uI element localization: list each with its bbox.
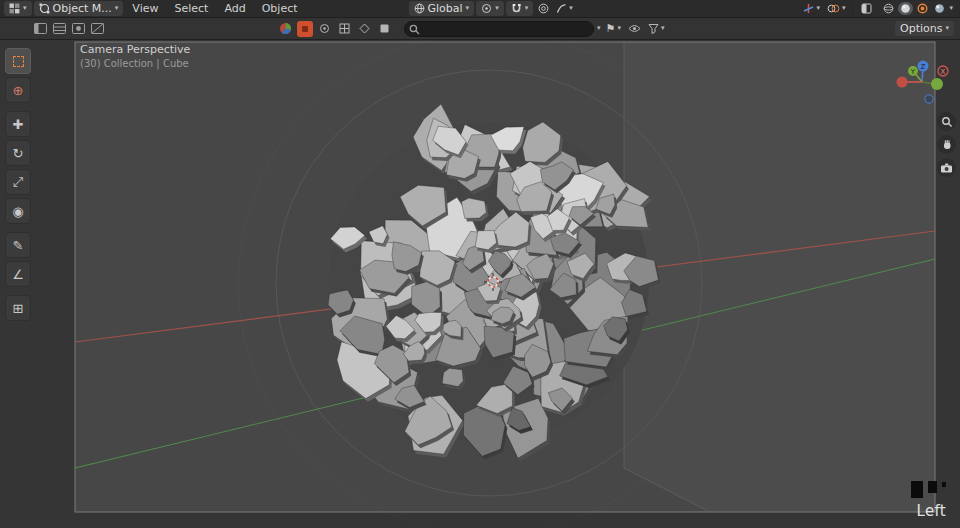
chevron-down-icon: ▾ xyxy=(949,5,953,12)
black-block-1 xyxy=(911,481,923,498)
chevron-down-icon: ▾ xyxy=(495,5,499,12)
rgb-ball-icon-button[interactable] xyxy=(277,20,294,37)
menu-view[interactable]: View xyxy=(125,2,165,15)
falloff-curve-icon xyxy=(556,3,567,14)
rotate-tool[interactable]: ↻ xyxy=(5,140,31,166)
add-cube-tool[interactable]: ⊞ xyxy=(5,295,31,321)
pivot-dropdown[interactable]: ▾ xyxy=(476,1,504,16)
shading-mode-group: ▾ xyxy=(878,1,956,16)
header-toggle-group xyxy=(32,20,106,37)
filter-dropdown[interactable]: ▾ xyxy=(646,20,667,37)
rendered-sphere-icon xyxy=(934,3,945,14)
funnel-icon xyxy=(648,23,659,34)
menu-select[interactable]: Select xyxy=(167,2,215,15)
hand-icon xyxy=(941,139,953,151)
cursor-tool[interactable]: ⊕ xyxy=(5,77,31,103)
options-dropdown[interactable]: Options ▾ xyxy=(895,21,954,36)
shading-wireframe-button[interactable] xyxy=(881,2,896,15)
toolbar: ⊕ ✚ ↻ ⤢ ◉ ✎ ∠ ⊞ xyxy=(5,48,31,321)
object-mode-icon xyxy=(39,3,50,14)
shading-rendered-button[interactable] xyxy=(932,2,947,15)
separator xyxy=(852,3,853,15)
scale-tool[interactable]: ⤢ xyxy=(5,169,31,195)
viewport-canvas[interactable] xyxy=(0,40,960,528)
move-tool[interactable]: ✚ xyxy=(5,111,31,137)
falloff-dropdown[interactable]: ▾ xyxy=(554,0,575,17)
editor-grid-icon xyxy=(9,3,20,14)
options-label: Options xyxy=(900,22,942,35)
snap-dropdown[interactable]: ▾ xyxy=(506,1,534,16)
gizmos-dropdown[interactable]: ▾ xyxy=(801,0,822,17)
mode-dropdown[interactable]: Object M... ▾ xyxy=(34,1,124,16)
mode-label: Object M... xyxy=(53,2,112,15)
header-toggle-3[interactable] xyxy=(70,20,87,37)
chevron-down-icon: ▾ xyxy=(569,5,573,12)
chevron-down-icon: ▾ xyxy=(525,5,529,12)
select-box-icon xyxy=(13,56,24,67)
cluster-icon-4[interactable] xyxy=(376,20,393,37)
solid-sphere-icon xyxy=(900,3,911,14)
overlays-dropdown[interactable]: ▾ xyxy=(825,0,848,17)
measure-icon: ∠ xyxy=(12,267,24,282)
transform-icon: ◉ xyxy=(12,204,23,219)
viewport-header: ▾ Object M... ▾ View Select Add Object G… xyxy=(0,0,960,18)
search-input[interactable] xyxy=(404,21,594,37)
zoom-button[interactable] xyxy=(937,112,956,131)
proportional-edit-toggle[interactable] xyxy=(535,0,552,17)
orientation-label: Global xyxy=(428,2,463,15)
pan-button[interactable] xyxy=(937,135,956,154)
measure-tool[interactable]: ∠ xyxy=(5,261,31,287)
active-tool-toggle[interactable] xyxy=(297,21,313,37)
cluster-icon-1[interactable] xyxy=(316,20,333,37)
menu-object[interactable]: Object xyxy=(255,2,305,15)
flag-icon: ⚑ xyxy=(606,22,616,35)
orientation-dropdown[interactable]: Global ▾ xyxy=(409,1,475,16)
add-cube-icon: ⊞ xyxy=(13,301,24,316)
search-field[interactable] xyxy=(404,21,594,37)
header-toggle-4[interactable] xyxy=(89,20,106,37)
magnifier-icon xyxy=(941,116,953,128)
tool-settings-bar: ▾ ⚑ ▾ ▾ Options ▾ xyxy=(0,18,960,40)
snap-target-group xyxy=(277,20,393,37)
navigation-gizmo[interactable]: Z Y X xyxy=(894,54,950,113)
gizmo-neg-x-ball[interactable] xyxy=(897,77,908,88)
3d-viewport[interactable]: Camera Perspective (30) Collection | Cub… xyxy=(0,40,960,528)
annotation-flag-button[interactable]: ⚑ ▾ xyxy=(604,20,623,37)
visibility-icon-button[interactable] xyxy=(626,20,643,37)
gizmo-x-label: X xyxy=(941,68,946,76)
camera-icon xyxy=(940,162,953,174)
annotate-tool[interactable]: ✎ xyxy=(5,232,31,258)
shading-material-button[interactable] xyxy=(915,2,930,15)
chevron-down-icon: ▾ xyxy=(23,5,27,12)
xray-icon xyxy=(861,3,872,14)
cluster-icon-2[interactable] xyxy=(336,20,353,37)
menu-add[interactable]: Add xyxy=(217,2,252,15)
xray-toggle[interactable] xyxy=(858,0,875,17)
chevron-down-icon: ▾ xyxy=(816,5,820,12)
eye-icon xyxy=(628,24,641,33)
annotate-icon: ✎ xyxy=(13,238,24,253)
select-box-tool[interactable] xyxy=(5,48,31,74)
proportional-edit-icon xyxy=(538,3,549,14)
gizmo-z-label: Z xyxy=(921,63,926,71)
transform-tool[interactable]: ◉ xyxy=(5,198,31,224)
cluster-icon-3[interactable] xyxy=(356,20,373,37)
pivot-point-icon xyxy=(481,3,492,14)
search-history-caret[interactable]: ▾ xyxy=(597,25,601,32)
wireframe-sphere-icon xyxy=(883,3,894,14)
gizmo-neg-z-ball[interactable] xyxy=(925,95,933,103)
chevron-down-icon: ▾ xyxy=(466,5,470,12)
shading-solid-button[interactable] xyxy=(898,2,913,15)
editor-type-dropdown[interactable]: ▾ xyxy=(4,1,32,16)
rgb-ball-icon xyxy=(279,22,292,35)
scale-icon: ⤢ xyxy=(13,174,23,190)
chevron-down-icon: ▾ xyxy=(617,25,621,32)
header-toggle-1[interactable] xyxy=(32,20,49,37)
header-toggle-2[interactable] xyxy=(51,20,68,37)
chevron-down-icon: ▾ xyxy=(115,5,119,12)
cursor-tool-icon: ⊕ xyxy=(13,83,24,98)
camera-view-button[interactable] xyxy=(937,158,956,177)
globe-icon xyxy=(414,3,425,14)
backdrop-plane xyxy=(624,42,935,511)
gizmo-neg-y-ball[interactable] xyxy=(931,78,943,90)
